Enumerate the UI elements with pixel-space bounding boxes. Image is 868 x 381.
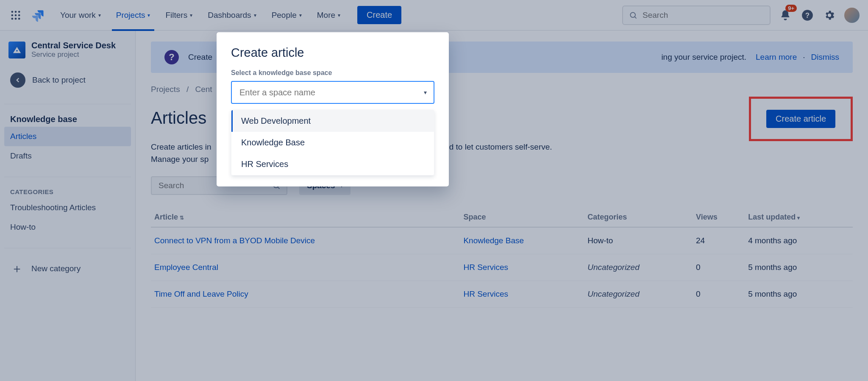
create-article-modal: Create article Select a knowledge base s… — [217, 32, 449, 186]
space-option-web-development[interactable]: Web Development — [231, 110, 434, 132]
space-input[interactable] — [239, 87, 424, 98]
space-options-list: Web DevelopmentKnowledge BaseHR Services — [231, 110, 434, 175]
modal-title: Create article — [231, 46, 434, 60]
chevron-down-icon: ▾ — [424, 89, 427, 96]
modal-field-label: Select a knowledge base space — [231, 69, 434, 77]
space-option-hr-services[interactable]: HR Services — [231, 153, 434, 175]
space-combobox[interactable]: ▾ — [231, 81, 434, 104]
space-option-knowledge-base[interactable]: Knowledge Base — [231, 132, 434, 153]
